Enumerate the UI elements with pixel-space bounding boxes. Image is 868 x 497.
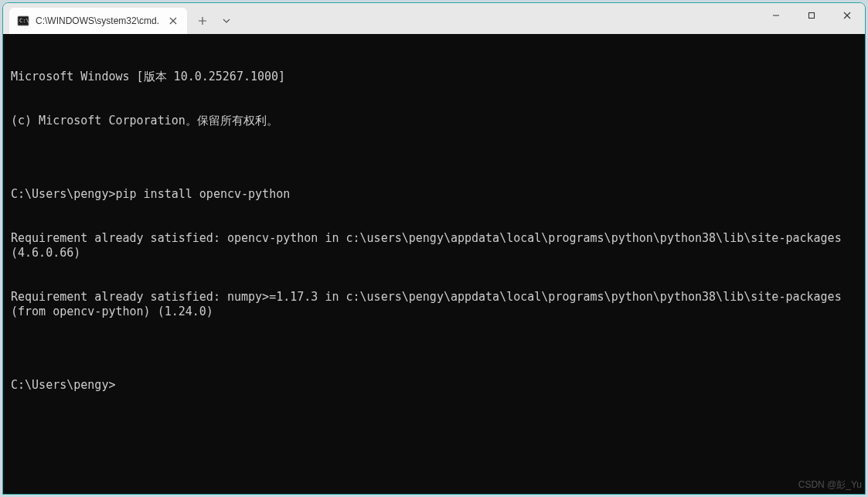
- close-window-button[interactable]: [829, 3, 865, 28]
- close-icon: [169, 17, 177, 25]
- window-controls: [758, 3, 865, 34]
- close-icon: [843, 12, 851, 19]
- terminal-content[interactable]: Microsoft Windows [版本 10.0.25267.1000] (…: [3, 34, 865, 494]
- terminal-line: Microsoft Windows [版本 10.0.25267.1000]: [11, 70, 857, 84]
- terminal-line: C:\Users\pengy>pip install opencv-python: [11, 187, 857, 202]
- new-tab-button[interactable]: [190, 9, 215, 33]
- terminal-line: (c) Microsoft Corporation。保留所有权利。: [11, 114, 857, 128]
- titlebar[interactable]: C:\ C:\WINDOWS\system32\cmd.: [3, 3, 865, 34]
- tab-title: C:\WINDOWS\system32\cmd.: [36, 15, 159, 26]
- plus-icon: [198, 16, 207, 26]
- cmd-icon: C:\: [17, 15, 29, 27]
- maximize-button[interactable]: [794, 3, 829, 28]
- minimize-button[interactable]: [758, 3, 794, 28]
- terminal-window: C:\ C:\WINDOWS\system32\cmd.: [2, 2, 866, 495]
- chevron-down-icon: [223, 19, 230, 23]
- minimize-icon: [772, 12, 780, 19]
- tab-close-button[interactable]: [165, 13, 181, 29]
- maximize-icon: [808, 12, 815, 19]
- svg-rect-7: [809, 13, 815, 19]
- watermark: CSDN @彭_Yu: [798, 478, 862, 492]
- terminal-line: Requirement already satisfied: opencv-py…: [11, 231, 857, 260]
- tab-dropdown-button[interactable]: [215, 9, 238, 33]
- terminal-line: C:\Users\pengy>: [11, 378, 857, 393]
- svg-text:C:\: C:\: [19, 18, 29, 24]
- tab-cmd[interactable]: C:\ C:\WINDOWS\system32\cmd.: [9, 8, 187, 34]
- terminal-line: Requirement already satisfied: numpy>=1.…: [11, 290, 857, 319]
